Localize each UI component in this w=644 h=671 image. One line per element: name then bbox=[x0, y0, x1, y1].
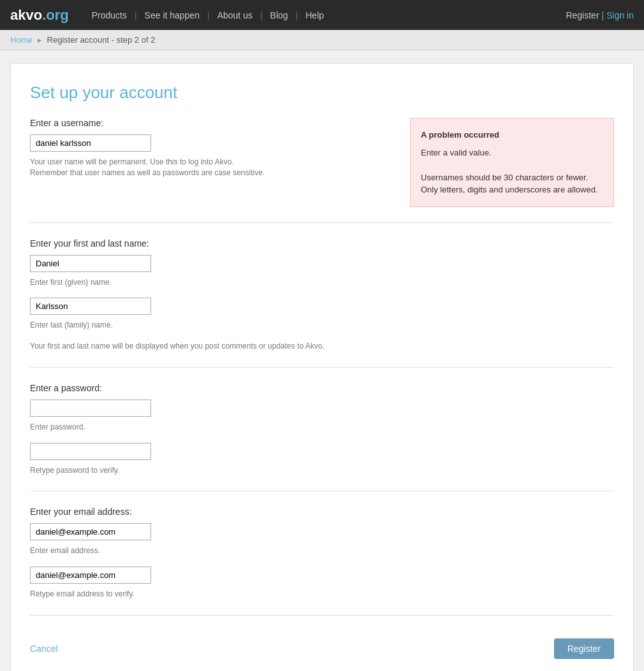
username-label: Enter a username: bbox=[30, 118, 397, 128]
last-name-hint: Enter last (family) name. bbox=[30, 320, 614, 331]
logo[interactable]: akvo.org bbox=[10, 7, 69, 24]
nav-link-products[interactable]: Products bbox=[84, 10, 135, 20]
nav-link-see-it-happen[interactable]: See it happen bbox=[137, 10, 207, 20]
breadcrumb-home[interactable]: Home bbox=[10, 35, 33, 45]
cancel-button[interactable]: Cancel bbox=[30, 644, 58, 654]
password-confirm-hint: Retype password to verify. bbox=[30, 465, 614, 476]
email-confirm-input[interactable] bbox=[30, 566, 151, 584]
nav-right: Register | Sign in bbox=[566, 10, 634, 20]
nav-right-sep: | bbox=[602, 10, 604, 20]
signin-nav-link[interactable]: Sign in bbox=[606, 10, 634, 20]
password-label: Enter a password: bbox=[30, 383, 614, 393]
logo-akvo-text: akvo bbox=[10, 7, 42, 24]
register-nav-link[interactable]: Register bbox=[566, 10, 599, 20]
main-content: Set up your account Enter a username: Yo… bbox=[0, 50, 644, 671]
error-line2: Usernames should be 30 characters or few… bbox=[421, 171, 603, 196]
last-name-input[interactable] bbox=[30, 298, 151, 315]
error-title: A problem occurred bbox=[421, 129, 603, 141]
nav-link-blog[interactable]: Blog bbox=[263, 10, 296, 20]
email-input[interactable] bbox=[30, 523, 151, 540]
register-button[interactable]: Register bbox=[554, 639, 614, 659]
name-display-hint: Your first and last name will be display… bbox=[30, 341, 614, 352]
name-section: Enter your first and last name: Enter fi… bbox=[30, 238, 614, 368]
form-card: Set up your account Enter a username: Yo… bbox=[10, 63, 634, 671]
breadcrumb: Home ► Register account - step 2 of 2 bbox=[0, 30, 644, 50]
first-name-hint: Enter first (given) name. bbox=[30, 277, 614, 288]
nav-link-help[interactable]: Help bbox=[298, 10, 332, 20]
email-section: Enter your email address: Enter email ad… bbox=[30, 507, 614, 616]
page-title: Set up your account bbox=[30, 83, 614, 103]
email-confirm-hint: Retype email address to verify. bbox=[30, 589, 614, 600]
error-line1: Enter a valid value. bbox=[421, 147, 603, 159]
breadcrumb-current: Register account - step 2 of 2 bbox=[47, 35, 156, 45]
logo-dot-org-text: .org bbox=[42, 7, 69, 24]
password-input[interactable] bbox=[30, 400, 151, 417]
username-left: Enter a username: Your user name will be… bbox=[30, 118, 397, 207]
email-hint: Enter email address. bbox=[30, 545, 614, 556]
form-actions: Cancel Register bbox=[30, 631, 614, 659]
username-hint: Your user name will be permanent. Use th… bbox=[30, 157, 397, 178]
username-section: Enter a username: Your user name will be… bbox=[30, 118, 614, 223]
nav-links: Products | See it happen | About us | Bl… bbox=[84, 10, 566, 20]
first-name-input[interactable] bbox=[30, 255, 151, 272]
breadcrumb-separator: ► bbox=[36, 36, 43, 44]
username-input[interactable] bbox=[30, 134, 151, 152]
email-label: Enter your email address: bbox=[30, 507, 614, 517]
password-confirm-input[interactable] bbox=[30, 443, 151, 460]
password-hint: Enter password. bbox=[30, 422, 614, 433]
nav-link-about-us[interactable]: About us bbox=[210, 10, 260, 20]
navbar: akvo.org Products | See it happen | Abou… bbox=[0, 0, 644, 30]
password-section: Enter a password: Enter password. Retype… bbox=[30, 383, 614, 492]
error-box: A problem occurred Enter a valid value. … bbox=[410, 118, 614, 207]
name-label: Enter your first and last name: bbox=[30, 238, 614, 249]
